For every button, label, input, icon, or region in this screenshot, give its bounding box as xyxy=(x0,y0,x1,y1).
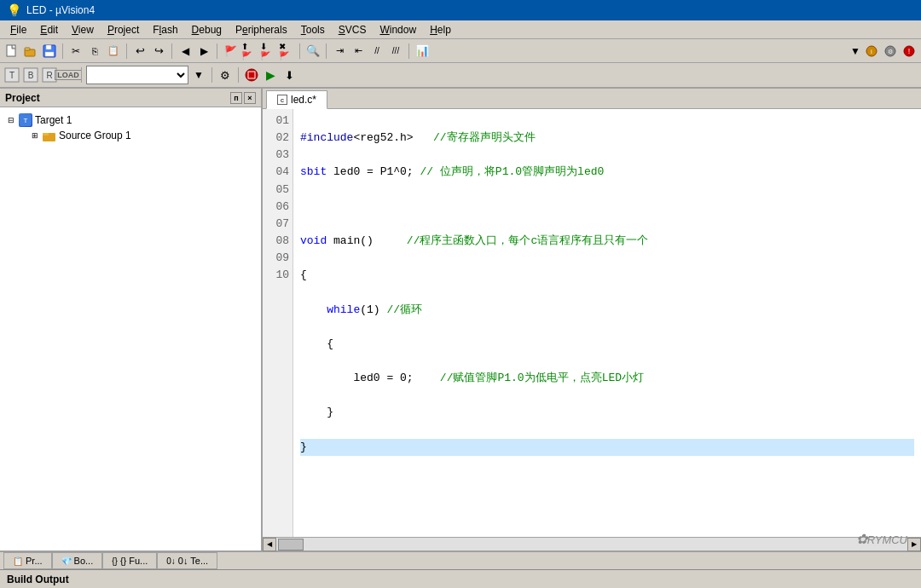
prev-bookmark-button[interactable]: ⬆🚩 xyxy=(240,43,258,59)
copy-button[interactable]: ⎘ xyxy=(86,43,103,59)
bottom-tabs-bar: 📋 Pr... 💎 Bo... {} {} Fu... 0↓ 0↓ Te... xyxy=(0,551,921,569)
config1-button[interactable]: i xyxy=(863,43,880,59)
open-file-button[interactable] xyxy=(22,43,39,59)
scroll-thumb[interactable] xyxy=(278,539,304,551)
save-file-button[interactable] xyxy=(41,43,58,59)
sep5 xyxy=(299,43,300,59)
undo-button[interactable]: ↩ xyxy=(131,43,148,59)
tree-target1[interactable]: ⊟ T Target 1 xyxy=(3,112,258,128)
title-icon: 💡 xyxy=(7,3,21,17)
sep4 xyxy=(217,43,217,59)
svg-rect-2 xyxy=(25,48,30,50)
menu-flash[interactable]: Flash xyxy=(146,22,184,37)
paste-button[interactable]: 📋 xyxy=(105,43,122,59)
bottom-tab-books[interactable]: 💎 Bo... xyxy=(52,552,103,569)
tab-file-icon: c xyxy=(277,95,287,105)
ln-10: 10 xyxy=(263,267,289,284)
run-button[interactable]: ▶ xyxy=(262,67,279,83)
find-button[interactable]: 🔍 xyxy=(304,43,321,59)
svg-text:⚙: ⚙ xyxy=(888,49,893,55)
download-button[interactable]: ⬇ xyxy=(281,67,298,83)
editor-panel: c led.c* 01 02 03 04 05 06 07 08 09 10 #… xyxy=(263,89,921,551)
menu-project[interactable]: Project xyxy=(101,22,146,37)
bottom-tab-templates-icon: 0↓ xyxy=(166,556,176,566)
stop-button[interactable]: ! xyxy=(901,43,918,59)
svg-text:B: B xyxy=(28,71,34,80)
indent-button[interactable]: ⇥ xyxy=(331,43,348,59)
target-selector[interactable]: Target 1 xyxy=(86,66,188,84)
code-line-02: sbit led0 = P1^0; // 位声明，将P1.0管脚声明为led0 xyxy=(300,164,914,181)
tab-led-c[interactable]: c led.c* xyxy=(266,90,327,109)
menu-view[interactable]: View xyxy=(65,22,101,37)
unindent-button[interactable]: ⇤ xyxy=(350,43,367,59)
code-editor[interactable]: #include<reg52.h> //寄存器声明头文件 sbit led0 =… xyxy=(293,109,921,537)
bottom-tab-project-icon: 📋 xyxy=(13,556,23,566)
project-close-button[interactable]: × xyxy=(244,92,256,104)
sep-t3 xyxy=(238,67,239,83)
new-file-button[interactable] xyxy=(3,43,20,59)
source-group1-icon xyxy=(43,129,56,142)
sep3 xyxy=(171,43,172,59)
svg-text:T: T xyxy=(24,117,28,124)
nav-forward-button[interactable]: ▶ xyxy=(195,43,212,59)
project-pin-button[interactable]: п xyxy=(230,92,242,104)
code-line-04: void main() //程序主函数入口，每个c语言程序有且只有一个 xyxy=(300,233,914,250)
scroll-left-button[interactable]: ◀ xyxy=(263,538,276,551)
bookmark-button[interactable]: 🚩 xyxy=(222,43,239,59)
toolbar1: ✂ ⎘ 📋 ↩ ↪ ◀ ▶ 🚩 ⬆🚩 ⬇🚩 ✖🚩 🔍 ⇥ ⇤ // /// 📊 … xyxy=(0,39,921,63)
uncomment-button[interactable]: /// xyxy=(387,43,404,59)
menu-peripherals[interactable]: Peripherals xyxy=(229,22,294,37)
next-bookmark-button[interactable]: ⬇🚩 xyxy=(259,43,276,59)
nav-back-button[interactable]: ◀ xyxy=(177,43,194,59)
comment-button[interactable]: // xyxy=(368,43,385,59)
target1-expander[interactable]: ⊟ xyxy=(5,114,17,126)
redo-button[interactable]: ↪ xyxy=(150,43,167,59)
ln-06: 06 xyxy=(263,199,289,216)
debug-start-button[interactable] xyxy=(243,67,260,83)
menu-window[interactable]: Window xyxy=(373,22,423,37)
editor-scrollbar: ◀ ▶ xyxy=(263,537,921,551)
code-line-09: } xyxy=(300,404,914,421)
build-output-title: Build Output xyxy=(7,574,69,585)
svg-rect-19 xyxy=(248,72,255,78)
more-button[interactable]: ▼ xyxy=(849,43,861,59)
source-group1-expander[interactable]: ⊞ xyxy=(29,130,41,141)
menu-debug[interactable]: Debug xyxy=(185,22,229,37)
sep2 xyxy=(126,43,127,59)
bottom-tab-templates[interactable]: 0↓ 0↓ Te... xyxy=(157,552,217,569)
svg-rect-4 xyxy=(46,45,51,49)
menu-svcs[interactable]: SVCS xyxy=(332,22,374,37)
menu-tools[interactable]: Tools xyxy=(294,22,332,37)
svg-text:T: T xyxy=(9,71,14,80)
ln-01: 01 xyxy=(263,112,289,130)
bottom-tab-templates-label: 0↓ Te... xyxy=(178,556,208,566)
sep-t1 xyxy=(81,67,82,83)
template-button[interactable]: 📊 xyxy=(414,43,431,59)
target-dropdown-button[interactable]: ▼ xyxy=(190,67,207,83)
sep-t2 xyxy=(211,67,212,83)
bottom-tab-functions[interactable]: {} {} Fu... xyxy=(102,552,157,569)
translate-button[interactable]: T xyxy=(3,67,20,83)
load-button[interactable]: LOAD xyxy=(60,67,77,83)
bottom-tab-functions-icon: {} xyxy=(112,556,118,566)
menu-help[interactable]: Help xyxy=(423,22,458,37)
clear-bookmarks-button[interactable]: ✖🚩 xyxy=(278,43,295,59)
sep1 xyxy=(62,43,63,59)
menu-file[interactable]: File xyxy=(3,22,33,37)
bottom-tab-project[interactable]: 📋 Pr... xyxy=(3,552,52,569)
menu-edit[interactable]: Edit xyxy=(33,22,65,37)
tab-label: led.c* xyxy=(291,94,316,106)
build-button[interactable]: B xyxy=(22,67,39,83)
config2-button[interactable]: ⚙ xyxy=(882,43,899,59)
title-text: LED - µVision4 xyxy=(26,4,95,16)
tree-source-group1[interactable]: ⊞ Source Group 1 xyxy=(27,128,258,143)
menu-bar: File Edit View Project Flash Debug Perip… xyxy=(0,20,921,39)
ln-08: 08 xyxy=(263,233,289,250)
scroll-right-button[interactable]: ▶ xyxy=(907,538,921,551)
project-panel-header: Project п × xyxy=(0,89,261,107)
manage-button[interactable]: ⚙ xyxy=(217,67,234,83)
ln-05: 05 xyxy=(263,182,289,199)
editor-tabs: c led.c* xyxy=(263,89,921,109)
cut-button[interactable]: ✂ xyxy=(67,43,84,59)
project-panel-title: Project xyxy=(5,92,40,104)
